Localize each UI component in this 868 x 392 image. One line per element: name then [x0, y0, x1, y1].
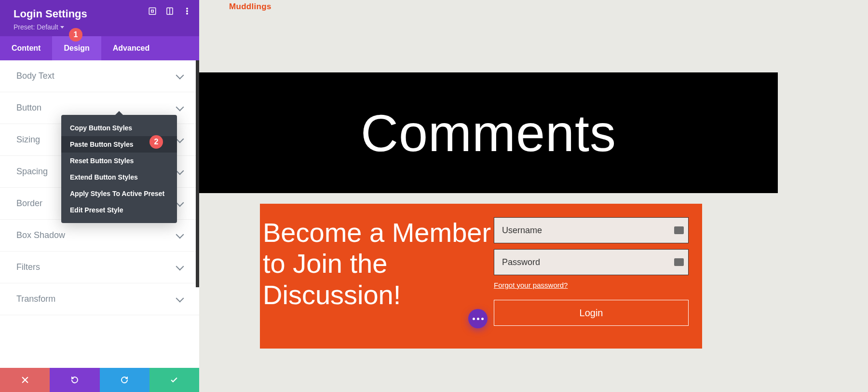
undo-button[interactable]: [50, 368, 99, 392]
login-form: Forgot your password? Login: [494, 217, 689, 335]
chevron-down-icon: [176, 103, 184, 111]
username-input[interactable]: [494, 217, 689, 243]
context-item-reset-styles[interactable]: Reset Button Styles: [61, 153, 177, 169]
panel-header: Login Settings Preset: Default: [0, 0, 199, 36]
option-label: Box Shadow: [16, 230, 65, 240]
option-label: Border: [16, 198, 42, 209]
annotation-badge-1: 1: [69, 28, 82, 42]
chevron-down-icon: [176, 262, 184, 270]
option-box-shadow[interactable]: Box Shadow: [0, 220, 199, 252]
svg-rect-0: [149, 8, 156, 14]
password-manager-icon[interactable]: [674, 258, 684, 266]
chevron-down-icon: [176, 167, 184, 175]
tab-advanced[interactable]: Advanced: [101, 36, 161, 60]
svg-point-6: [187, 13, 188, 14]
context-item-edit-preset[interactable]: Edit Preset Style: [61, 202, 177, 218]
chevron-down-icon: [176, 71, 184, 79]
chevron-down-icon: [176, 135, 184, 143]
chevron-down-icon: [60, 26, 64, 28]
svg-rect-1: [151, 10, 154, 13]
context-item-apply-to-preset[interactable]: Apply Styles To Active Preset: [61, 185, 177, 202]
page-title-band: Comments: [199, 72, 778, 193]
breadcrumb-link[interactable]: Muddlings: [229, 2, 271, 12]
option-label: Filters: [16, 262, 40, 272]
preset-label: Preset: Default: [14, 23, 58, 31]
preset-selector[interactable]: Preset: Default: [14, 23, 64, 31]
option-label: Body Text: [16, 71, 54, 81]
password-manager-icon[interactable]: [674, 226, 684, 234]
cancel-button[interactable]: [0, 368, 50, 392]
context-item-copy-styles[interactable]: Copy Button Styles: [61, 120, 177, 136]
module-settings-icon[interactable]: [468, 309, 488, 328]
scrollbar-thumb[interactable]: [196, 60, 199, 287]
tab-content[interactable]: Content: [0, 36, 52, 60]
chevron-down-icon: [176, 294, 184, 302]
context-item-extend-styles[interactable]: Extend Button Styles: [61, 169, 177, 185]
tabs: Content Design Advanced: [0, 36, 199, 60]
svg-point-4: [187, 8, 188, 9]
annotation-badge-2: 2: [149, 135, 163, 149]
option-label: Sizing: [16, 135, 40, 145]
option-body-text[interactable]: Body Text: [0, 60, 199, 92]
option-transform[interactable]: Transform: [0, 283, 199, 315]
more-options-icon[interactable]: [183, 7, 191, 15]
button-context-menu: Copy Button Styles Paste Button Styles R…: [61, 115, 177, 223]
option-label: Transform: [16, 294, 55, 304]
chevron-down-icon: [176, 198, 184, 207]
preview-canvas: Muddlings Comments Become a Member to Jo…: [199, 0, 868, 392]
save-button[interactable]: [149, 368, 199, 392]
login-button[interactable]: Login: [494, 300, 689, 326]
option-filters[interactable]: Filters: [0, 252, 199, 283]
cta-text: Become a Member to Join the Discussion!: [260, 217, 494, 335]
header-icon-group: [148, 7, 191, 15]
responsive-view-icon[interactable]: [165, 7, 174, 15]
svg-point-5: [187, 11, 188, 12]
redo-button[interactable]: [100, 368, 149, 392]
option-label: Spacing: [16, 167, 48, 177]
chevron-down-icon: [176, 230, 184, 238]
password-input[interactable]: [494, 249, 689, 275]
forgot-password-link[interactable]: Forgot your password?: [494, 281, 689, 289]
option-label: Button: [16, 103, 41, 113]
page-title: Comments: [361, 103, 616, 163]
hover-preview-icon[interactable]: [148, 7, 157, 15]
footer-actions: [0, 368, 199, 392]
